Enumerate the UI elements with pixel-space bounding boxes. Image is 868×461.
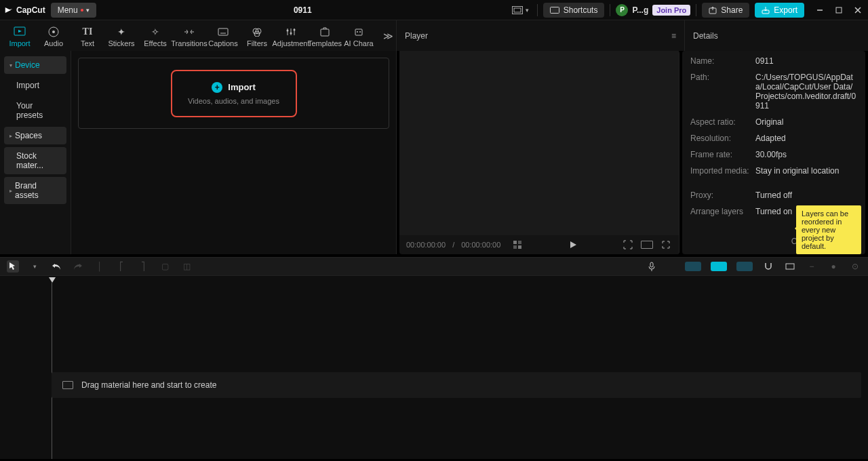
trim-right-icon[interactable]: ⎤ bbox=[137, 260, 149, 273]
sidebar-item-stock[interactable]: Stock mater... bbox=[4, 147, 66, 174]
top-row: Import Audio TI Text ✦ Stickers ✧ Effect… bbox=[0, 20, 868, 51]
adjustment-icon bbox=[285, 26, 297, 38]
tab-import[interactable]: Import bbox=[3, 20, 37, 51]
tab-effects[interactable]: ✧ Effects bbox=[138, 20, 172, 51]
tab-filters[interactable]: Filters bbox=[240, 20, 274, 51]
separator bbox=[696, 4, 696, 16]
menu-notification-dot-icon bbox=[81, 9, 83, 12]
zoom-slider-icon[interactable]: ● bbox=[827, 260, 840, 273]
mic-icon[interactable] bbox=[646, 260, 658, 273]
detail-value-name: 0911 bbox=[755, 56, 857, 66]
delete-icon[interactable]: ▢ bbox=[159, 260, 171, 273]
tab-transitions[interactable]: Transitions bbox=[172, 20, 206, 51]
account-area[interactable]: P P...g Join Pro bbox=[616, 4, 690, 16]
sidebar-item-presets[interactable]: Your presets bbox=[4, 97, 66, 124]
cursor-tool-icon[interactable] bbox=[7, 260, 19, 273]
tab-aichara[interactable]: AI Chara bbox=[342, 20, 376, 51]
join-pro-badge[interactable]: Join Pro bbox=[652, 5, 690, 16]
tab-stickers[interactable]: ✦ Stickers bbox=[104, 20, 138, 51]
window-controls bbox=[814, 4, 864, 16]
cursor-dropdown-icon[interactable]: ▾ bbox=[28, 260, 41, 273]
zoom-fit-icon[interactable]: ⊙ bbox=[849, 260, 861, 273]
safezone-icon[interactable] bbox=[622, 239, 634, 251]
detail-value-resolution: Adapted bbox=[755, 134, 857, 143]
color-sampler-icon[interactable] bbox=[511, 239, 524, 251]
trim-left-icon[interactable]: ⎡ bbox=[115, 260, 127, 273]
magnet-icon[interactable] bbox=[762, 260, 774, 273]
svg-rect-29 bbox=[518, 245, 521, 249]
tab-audio[interactable]: Audio bbox=[37, 20, 71, 51]
tab-label: Filters bbox=[247, 39, 267, 47]
sidebar-item-label: Spaces bbox=[15, 131, 42, 140]
crop-icon[interactable]: ◫ bbox=[180, 260, 193, 273]
share-button[interactable]: Share bbox=[702, 3, 749, 18]
tab-label: Transitions bbox=[171, 39, 207, 47]
svg-rect-31 bbox=[650, 262, 653, 267]
player-panel: 00:00:00:00 / 00:00:00:00 bbox=[399, 51, 679, 254]
tab-adjustment[interactable]: Adjustment bbox=[274, 20, 308, 51]
maximize-icon[interactable] bbox=[833, 4, 845, 16]
import-icon bbox=[14, 26, 26, 38]
media-tabs: Import Audio TI Text ✦ Stickers ✧ Effect… bbox=[0, 20, 397, 51]
snap-icon[interactable] bbox=[784, 260, 796, 273]
tabs-more-icon[interactable]: ≫ bbox=[383, 31, 393, 41]
tab-captions[interactable]: Captions bbox=[206, 20, 240, 51]
sidebar-item-label: Stock mater... bbox=[16, 151, 61, 170]
sidebar-item-label: Brand assets bbox=[15, 181, 61, 200]
import-dropzone[interactable]: + Import Videos, audios, and images bbox=[171, 70, 297, 117]
tab-templates[interactable]: Templates bbox=[308, 20, 342, 51]
player-viewport[interactable] bbox=[399, 51, 679, 235]
close-icon[interactable] bbox=[852, 4, 864, 16]
timeline-toolbar: ▾ │ ⎡ ⎤ ▢ ◫ − ● ⊙ bbox=[0, 257, 868, 276]
redo-icon[interactable] bbox=[72, 260, 84, 273]
details-panel: Name:0911 Path:C:/Users/TOPGUS/AppData/L… bbox=[682, 51, 865, 254]
detail-label-path: Path: bbox=[690, 73, 750, 111]
svg-point-21 bbox=[294, 28, 296, 31]
chevron-down-icon: ▾ bbox=[526, 7, 529, 14]
playhead-line[interactable] bbox=[52, 283, 52, 459]
detail-label-imported: Imported media: bbox=[690, 166, 750, 176]
svg-rect-22 bbox=[321, 29, 329, 36]
clip-icon bbox=[62, 381, 73, 389]
transitions-icon bbox=[183, 26, 195, 38]
detail-label-aspect: Aspect ratio: bbox=[690, 117, 750, 127]
separator bbox=[610, 4, 610, 16]
player-header-label: Player bbox=[405, 31, 428, 41]
playhead-marker-icon[interactable] bbox=[49, 277, 56, 283]
chevron-right-icon: ▸ bbox=[9, 133, 12, 139]
sidebar-item-import[interactable]: Import bbox=[4, 77, 66, 94]
undo-icon[interactable] bbox=[50, 260, 62, 273]
sidebar-item-brand[interactable]: ▸Brand assets bbox=[4, 177, 66, 204]
export-icon bbox=[762, 6, 770, 14]
timeline-drag-hint: Drag material here and start to create bbox=[81, 380, 216, 390]
shortcuts-button[interactable]: Shortcuts bbox=[543, 3, 605, 18]
svg-rect-23 bbox=[355, 29, 362, 35]
details-body: Name:0911 Path:C:/Users/TOPGUS/AppData/L… bbox=[682, 51, 865, 222]
svg-rect-2 bbox=[550, 7, 559, 13]
tab-text[interactable]: TI Text bbox=[71, 20, 104, 51]
timeline-drop-region[interactable]: Drag material here and start to create bbox=[52, 372, 861, 398]
player-controls: 00:00:00:00 / 00:00:00:00 bbox=[399, 235, 679, 254]
viewport-aspect-button[interactable]: ▾ bbox=[509, 5, 532, 16]
play-icon[interactable] bbox=[567, 239, 579, 251]
track-toggle-a[interactable] bbox=[685, 262, 701, 271]
sidebar-item-label: Device bbox=[15, 60, 40, 70]
aspect-box-icon[interactable] bbox=[641, 239, 653, 251]
svg-rect-28 bbox=[513, 245, 517, 249]
sidebar-item-spaces[interactable]: ▸Spaces bbox=[4, 127, 66, 144]
zoom-out-icon[interactable]: − bbox=[806, 260, 818, 273]
menu-button[interactable]: Menu ▾ bbox=[51, 3, 96, 18]
project-title: 0911 bbox=[102, 5, 504, 15]
export-label: Export bbox=[774, 5, 797, 15]
fullscreen-icon[interactable] bbox=[660, 239, 672, 251]
avatar: P bbox=[616, 4, 628, 16]
timeline[interactable]: Drag material here and start to create bbox=[0, 276, 868, 459]
track-toggle-b[interactable] bbox=[711, 262, 727, 271]
titlebar-right: ▾ Shortcuts P P...g Join Pro Share Expor… bbox=[509, 3, 864, 18]
minimize-icon[interactable] bbox=[814, 4, 826, 16]
sidebar-item-device[interactable]: ▾Device bbox=[4, 56, 66, 74]
split-icon[interactable]: │ bbox=[94, 260, 106, 273]
track-toggle-c[interactable] bbox=[736, 262, 753, 271]
export-button[interactable]: Export bbox=[755, 3, 804, 18]
player-menu-icon[interactable]: ≡ bbox=[671, 31, 676, 41]
